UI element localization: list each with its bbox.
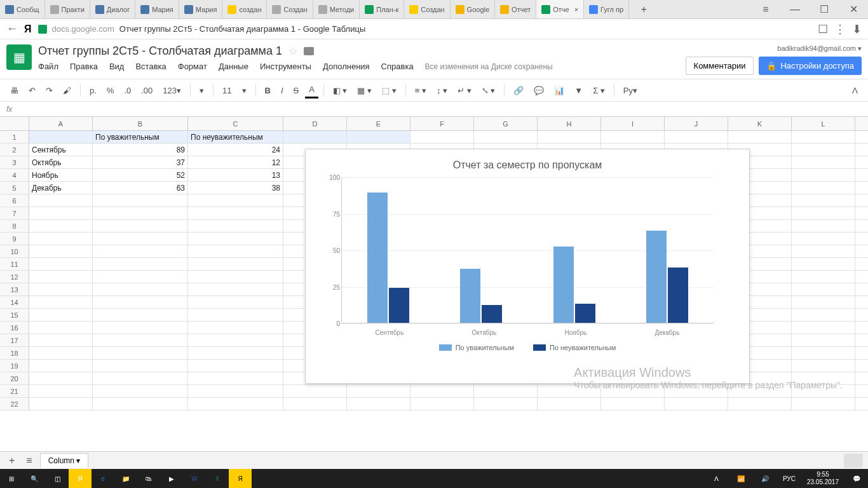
menu-формат[interactable]: Формат [178,62,207,71]
cell[interactable] [665,385,728,397]
row-header[interactable]: 13 [0,283,29,295]
cell[interactable]: 37 [93,156,188,168]
undo-icon[interactable]: ↶ [25,83,39,98]
cell[interactable] [538,398,601,410]
volume-icon[interactable]: 🔊 [754,469,776,488]
row-header[interactable]: 3 [0,156,29,168]
number-format-button[interactable]: 123 ▾ [159,83,185,98]
row-header[interactable]: 14 [0,296,29,308]
cell[interactable] [792,309,855,321]
taskbar-app-icon[interactable]: 🛍 [137,469,160,488]
bar[interactable] [575,304,595,323]
row-header[interactable]: 22 [0,398,29,410]
menu-данные[interactable]: Данные [219,62,248,71]
browser-tab[interactable]: Создан [404,0,450,18]
menu-инструменты[interactable]: Инструменты [260,62,311,71]
row-header[interactable]: 20 [0,372,29,384]
menu-вид[interactable]: Вид [109,62,125,71]
cell[interactable] [188,258,283,270]
cell[interactable] [474,131,538,143]
cell[interactable] [93,283,188,295]
cell[interactable]: 24 [188,144,283,156]
row-header[interactable]: 12 [0,271,29,283]
column-header[interactable]: F [410,117,474,130]
cell[interactable] [93,360,188,372]
browser-tab[interactable]: Google [451,0,495,18]
insert-link-icon[interactable]: 🔗 [510,83,527,98]
cell[interactable] [93,372,188,384]
cell[interactable] [188,372,283,384]
increase-decimal-button[interactable]: .00 [137,83,156,98]
cell[interactable] [93,271,188,283]
collapse-toolbar-icon[interactable]: ᐱ [848,83,862,98]
cell[interactable] [93,233,188,245]
currency-button[interactable]: р. [86,83,100,98]
cell[interactable] [188,283,283,295]
cell[interactable] [792,194,855,207]
cell[interactable] [188,322,283,334]
cell[interactable] [792,156,855,168]
cell[interactable] [93,245,188,257]
extension-icon[interactable]: ⋮ [834,22,846,36]
borders-icon[interactable]: ▦ ▾ [353,83,376,98]
column-header[interactable]: I [601,117,665,130]
browser-tab[interactable]: Гугл пр [584,0,629,18]
bar[interactable] [482,305,502,323]
fill-color-icon[interactable]: ◧ ▾ [329,83,351,98]
window-maximize-icon[interactable]: ☐ [810,0,839,18]
cell[interactable] [283,131,347,143]
insert-chart-icon[interactable]: 📊 [550,83,568,98]
font-family-dropdown[interactable]: ▾ [196,83,208,98]
cell[interactable] [188,296,283,308]
cell[interactable] [792,360,855,372]
browser-menu-icon[interactable]: ≡ [751,0,780,18]
star-icon[interactable]: ☆ [288,45,297,57]
italic-button[interactable]: I [277,83,287,98]
cell[interactable] [188,245,283,257]
h-align-icon[interactable]: ≡ ▾ [411,83,430,98]
browser-tab[interactable]: Методи [313,0,360,18]
browser-tab[interactable]: Диалог [90,0,135,18]
column-header[interactable]: J [665,117,728,130]
cell[interactable] [601,398,665,410]
cell[interactable] [29,194,93,207]
cell[interactable] [283,398,347,410]
print-icon[interactable]: 🖶 [6,83,22,98]
cell[interactable]: 89 [93,144,188,156]
select-all-corner[interactable] [0,117,29,130]
bar[interactable] [367,193,388,323]
cell[interactable] [474,385,538,397]
bold-button[interactable]: B [261,83,275,98]
cell[interactable] [792,385,855,397]
cell[interactable] [792,233,855,245]
text-rotation-icon[interactable]: ⤡ ▾ [478,83,499,98]
redo-icon[interactable]: ↷ [42,83,57,98]
cell[interactable]: По уважительным [93,131,188,143]
cell[interactable] [93,207,188,219]
cell[interactable]: По неуважительным [188,131,283,143]
start-button[interactable]: ⊞ [0,469,23,488]
row-header[interactable]: 1 [0,131,29,143]
cell[interactable] [474,398,538,410]
cell[interactable] [93,194,188,207]
new-tab-button[interactable]: + [629,0,658,18]
text-color-button[interactable]: A [305,82,318,98]
column-header[interactable]: L [792,117,855,130]
keyboard-lang[interactable]: РУС [778,469,801,488]
cell[interactable] [93,398,188,410]
column-header[interactable]: E [347,117,410,130]
column-header[interactable]: D [283,117,347,130]
user-email[interactable]: badikradik94@gmail.com ▾ [777,44,862,53]
font-size-input[interactable]: 11 [219,83,235,98]
network-icon[interactable]: 📶 [729,469,752,488]
row-header[interactable]: 21 [0,385,29,397]
cell[interactable] [188,309,283,321]
row-header[interactable]: 8 [0,220,29,232]
cell[interactable]: Сентябрь [29,144,93,156]
cell[interactable] [29,296,93,308]
browser-tab[interactable]: Мария [135,0,179,18]
cell[interactable] [347,385,410,397]
taskbar-app-icon[interactable]: ▶ [160,469,183,488]
bar[interactable] [553,247,574,323]
cell[interactable] [792,296,855,308]
